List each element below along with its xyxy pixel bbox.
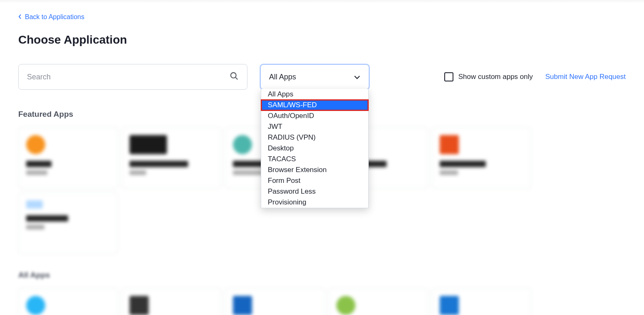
back-to-applications-link[interactable]: Back to Applications	[18, 13, 84, 21]
all-apps-title: All Apps	[18, 271, 626, 280]
checkbox-label: Show custom apps only	[458, 73, 533, 81]
app-card[interactable]	[328, 288, 428, 315]
dropdown-option-saml-ws-fed[interactable]: SAML/WS-FED	[261, 100, 368, 111]
app-card[interactable]	[18, 127, 118, 189]
dropdown-option-desktop[interactable]: Desktop	[261, 143, 368, 154]
back-link-label: Back to Applications	[25, 13, 84, 21]
app-card[interactable]	[18, 192, 118, 254]
dropdown-option-oauth-openid[interactable]: OAuth/OpenID	[261, 111, 368, 121]
svg-point-0	[231, 73, 236, 78]
app-card[interactable]	[225, 288, 325, 315]
page-title: Choose Application	[18, 33, 626, 47]
app-card[interactable]	[122, 127, 221, 189]
dropdown-option-form-post[interactable]: Form Post	[261, 175, 368, 186]
dropdown-option-radius-vpn[interactable]: RADIUS (VPN)	[261, 132, 368, 143]
chevron-left-icon	[18, 13, 22, 21]
filter-dropdown-menu: All Apps SAML/WS-FED OAuth/OpenID JWT RA…	[261, 89, 369, 208]
dropdown-option-all-apps[interactable]: All Apps	[261, 89, 368, 100]
app-card[interactable]	[432, 127, 531, 189]
search-icon	[230, 71, 239, 82]
all-apps-grid	[18, 288, 626, 315]
checkbox-icon	[444, 72, 453, 81]
filter-selected-label: All Apps	[269, 73, 296, 81]
app-type-filter-dropdown[interactable]: All Apps All Apps SAML/WS-FED OAuth/Open…	[260, 64, 370, 90]
show-custom-apps-checkbox[interactable]: Show custom apps only	[444, 72, 533, 81]
app-card[interactable]	[432, 288, 531, 315]
dropdown-option-browser-extension[interactable]: Browser Extension	[261, 165, 368, 175]
search-input[interactable]	[27, 73, 230, 81]
app-card[interactable]	[18, 288, 118, 315]
search-box[interactable]	[18, 64, 247, 90]
dropdown-option-provisioning[interactable]: Provisioning	[261, 197, 368, 208]
chevron-down-icon	[354, 73, 360, 81]
submit-new-app-request-link[interactable]: Submit New App Request	[545, 73, 626, 81]
dropdown-option-tacacs[interactable]: TACACS	[261, 154, 368, 165]
dropdown-option-password-less[interactable]: Password Less	[261, 186, 368, 197]
dropdown-option-jwt[interactable]: JWT	[261, 121, 368, 132]
app-card[interactable]	[122, 288, 221, 315]
